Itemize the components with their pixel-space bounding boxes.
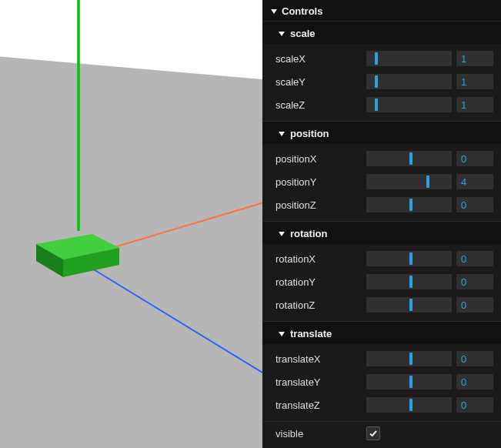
value-scaleY[interactable]: 1	[456, 74, 493, 89]
control-label: positionX	[276, 153, 362, 165]
slider-thumb	[409, 376, 412, 388]
control-positionX: positionX 0	[276, 147, 493, 170]
slider-thumb	[375, 52, 378, 65]
folder-label: scale	[290, 28, 316, 39]
slider-rotationZ[interactable]	[366, 297, 452, 313]
folder-header-rotation[interactable]: rotation	[263, 222, 501, 244]
value-rotationX[interactable]: 0	[456, 251, 493, 266]
chevron-down-icon	[279, 232, 285, 236]
slider-thumb	[409, 276, 412, 288]
control-label: positionY	[276, 176, 362, 188]
slider-rotationY[interactable]	[366, 274, 452, 289]
control-label: rotationZ	[276, 299, 362, 311]
value-positionX[interactable]: 0	[456, 151, 493, 166]
control-label: translateZ	[276, 400, 362, 411]
slider-scaleZ[interactable]	[366, 97, 452, 112]
control-scaleZ: scaleZ 1	[276, 93, 493, 116]
controls-panel: Controls scale scaleX 1 scaleY	[262, 0, 501, 448]
folder-rotation: rotation rotationX 0 rotationY 0	[263, 221, 501, 321]
control-label: scaleY	[276, 76, 362, 88]
slider-scaleX[interactable]	[366, 51, 452, 66]
checkbox-visible[interactable]	[366, 426, 380, 440]
folder-label: translate	[290, 328, 332, 339]
folder-label: rotation	[290, 228, 327, 239]
folder-scale: scale scaleX 1 scaleY 1	[263, 21, 501, 121]
folder-translate: translate translateX 0 translateY 0	[263, 321, 501, 421]
value-scaleZ[interactable]: 1	[456, 97, 493, 112]
value-translateX[interactable]: 0	[456, 351, 493, 366]
value-rotationZ[interactable]: 0	[456, 297, 493, 313]
slider-thumb	[375, 99, 378, 111]
slider-thumb	[409, 299, 412, 311]
control-rotationZ: rotationZ 0	[276, 293, 493, 316]
slider-translateZ[interactable]	[366, 397, 452, 413]
value-scaleX[interactable]: 1	[456, 51, 493, 66]
slider-scaleY[interactable]	[366, 74, 452, 89]
panel-title: Controls	[282, 5, 322, 17]
control-translateX: translateX 0	[276, 347, 493, 370]
chevron-down-icon	[279, 132, 285, 136]
control-label: visible	[276, 428, 362, 440]
control-scaleX: scaleX 1	[276, 47, 493, 70]
control-label: scaleZ	[276, 99, 362, 111]
control-label: rotationY	[276, 276, 362, 288]
control-positionZ: positionZ 0	[276, 193, 493, 216]
value-translateZ[interactable]: 0	[456, 397, 493, 413]
control-positionY: positionY 4	[276, 170, 493, 193]
slider-thumb	[409, 199, 412, 211]
app-root: Controls scale scaleX 1 scaleY	[0, 0, 501, 448]
folder-header-position[interactable]: position	[263, 122, 501, 144]
folder-label: position	[290, 128, 329, 139]
slider-thumb	[409, 399, 412, 411]
folder-position: position positionX 0 positionY 4	[263, 121, 501, 221]
check-icon	[369, 429, 378, 438]
slider-thumb	[409, 252, 412, 265]
slider-translateY[interactable]	[366, 374, 452, 389]
control-rotationY: rotationY 0	[276, 270, 493, 293]
folder-header-translate[interactable]: translate	[263, 322, 501, 344]
control-label: positionZ	[276, 199, 362, 211]
slider-thumb	[409, 152, 412, 165]
slider-positionX[interactable]	[366, 151, 452, 166]
slider-positionY[interactable]	[366, 174, 452, 189]
control-label: translateY	[276, 376, 362, 388]
control-rotationX: rotationX 0	[276, 247, 493, 270]
control-translateZ: translateZ 0	[276, 393, 493, 416]
slider-thumb	[375, 75, 378, 88]
chevron-down-icon	[279, 332, 285, 336]
control-label: rotationX	[276, 253, 362, 265]
folder-header-scale[interactable]: scale	[263, 22, 501, 44]
control-scaleY: scaleY 1	[276, 70, 493, 93]
chevron-down-icon	[271, 9, 277, 14]
control-label: translateX	[276, 353, 362, 365]
slider-translateX[interactable]	[366, 351, 452, 366]
slider-positionZ[interactable]	[366, 197, 452, 212]
slider-rotationX[interactable]	[366, 251, 452, 266]
control-visible: visible	[263, 421, 501, 445]
chevron-down-icon	[279, 32, 285, 36]
slider-thumb	[409, 353, 412, 365]
slider-thumb	[426, 176, 429, 188]
value-positionZ[interactable]: 0	[456, 197, 493, 212]
control-label: scaleX	[276, 53, 362, 65]
value-positionY[interactable]: 4	[456, 174, 493, 189]
control-translateY: translateY 0	[276, 370, 493, 393]
value-rotationY[interactable]: 0	[456, 274, 493, 289]
panel-header-controls[interactable]: Controls	[263, 0, 501, 21]
value-translateY[interactable]: 0	[456, 374, 493, 389]
